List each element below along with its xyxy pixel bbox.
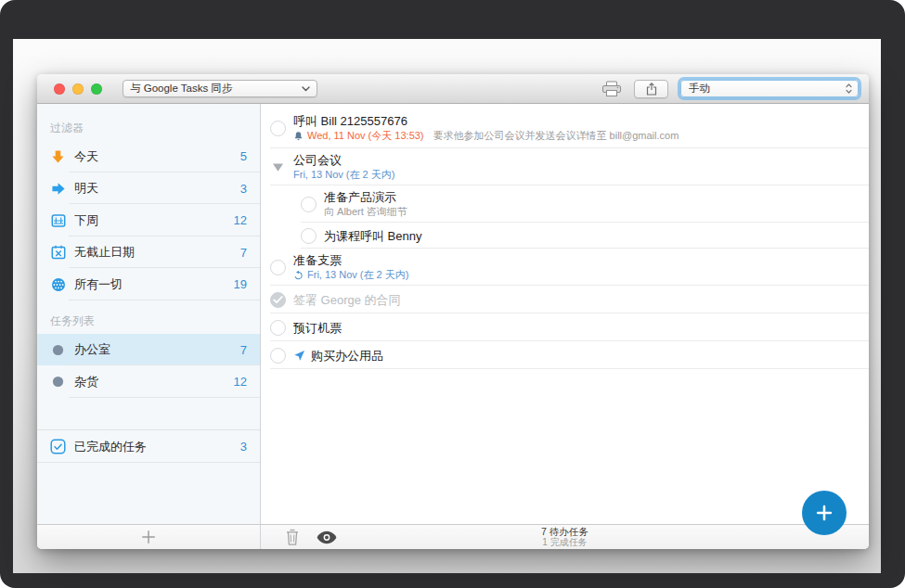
titlebar: 与 Google Tasks 同步	[37, 74, 869, 104]
count-badge: 5	[240, 149, 247, 163]
count-badge: 7	[240, 246, 247, 260]
sync-dropdown-label: 与 Google Tasks 同步	[130, 82, 302, 96]
calendar-icon	[50, 212, 66, 228]
device-frame: 与 Google Tasks 同步	[0, 0, 905, 588]
count-badge: 12	[234, 213, 247, 227]
task-checkbox[interactable]	[301, 228, 317, 244]
plus-icon	[140, 529, 157, 545]
arrow-right-icon	[50, 181, 66, 197]
done-count: 1 完成任务	[261, 537, 869, 548]
count-badge: 7	[240, 343, 247, 357]
repeat-icon	[293, 270, 304, 281]
sidebar: 过滤器 今天 5 明天 3	[37, 104, 261, 524]
sidebar-item-completed-tasks[interactable]: 已完成的任务 3	[37, 430, 260, 463]
pending-count: 7 待办任务	[261, 526, 869, 537]
globe-icon	[50, 276, 66, 292]
task-checkbox[interactable]	[301, 197, 317, 212]
plus-icon	[814, 503, 834, 523]
add-task-fab[interactable]	[802, 491, 847, 535]
task-lists-header: 任务列表	[37, 300, 260, 334]
sync-mode-value: 手动	[689, 82, 844, 96]
task-checkbox[interactable]	[270, 121, 286, 136]
add-list-button[interactable]	[37, 525, 261, 549]
due-date: Fri, 13 Nov (在 2 天内)	[307, 268, 408, 282]
stepper-icon	[844, 83, 854, 95]
zoom-traffic-light[interactable]	[91, 83, 102, 95]
status-summary: 7 待办任务 1 完成任务	[261, 526, 869, 548]
check-icon	[273, 296, 283, 304]
count-badge: 19	[234, 277, 247, 291]
chevron-down-icon	[302, 86, 310, 92]
print-icon[interactable]	[601, 81, 622, 97]
trash-icon[interactable]	[285, 529, 300, 546]
reminder-date: Wed, 11 Nov (今天 13:53)	[307, 129, 424, 143]
sidebar-spacer	[37, 398, 260, 430]
arrow-down-icon	[50, 148, 66, 164]
task-row-book-tickets[interactable]: 预订机票	[261, 313, 869, 341]
eye-icon[interactable]	[317, 530, 337, 544]
task-checkbox[interactable]	[270, 320, 286, 336]
task-row-company-meeting[interactable]: 公司会议 Fri, 13 Nov (在 2 天内)	[261, 148, 869, 185]
count-badge: 3	[240, 440, 247, 454]
task-row-prepare-checks[interactable]: 准备支票 Fri, 13 Nov (在 2 天内)	[261, 249, 869, 286]
task-checkbox[interactable]	[270, 348, 286, 364]
desktop-background: 与 Google Tasks 同步	[13, 39, 881, 573]
task-row-sign-contract-completed[interactable]: 签署 George 的合同	[261, 286, 869, 313]
share-button[interactable]	[634, 80, 668, 98]
sidebar-item-tomorrow[interactable]: 明天 3	[37, 173, 260, 204]
sidebar-item-groceries-list[interactable]: 杂货 12	[37, 365, 260, 398]
subtask-row-call-benny[interactable]: 为课程呼叫 Benny	[261, 223, 869, 249]
task-note: 要求他参加公司会议并发送会议详情至 bill@gmail.com	[433, 129, 679, 143]
task-row-buy-supplies[interactable]: 购买办公用品	[261, 341, 869, 369]
sidebar-item-next-week[interactable]: 下周 12	[37, 204, 260, 236]
due-date: Fri, 13 Nov (在 2 天内)	[293, 168, 394, 182]
task-checkbox[interactable]	[270, 260, 286, 275]
disclosure-triangle-icon[interactable]	[270, 160, 286, 175]
count-badge: 12	[234, 375, 247, 389]
count-badge: 3	[240, 182, 247, 196]
task-checkbox-checked[interactable]	[270, 292, 286, 308]
calendar-x-icon	[50, 245, 66, 261]
sync-dropdown[interactable]: 与 Google Tasks 同步	[123, 80, 317, 97]
sidebar-item-office-list[interactable]: 办公室 7	[37, 334, 260, 365]
sidebar-item-today[interactable]: 今天 5	[37, 140, 260, 173]
list-dot-icon	[50, 342, 66, 358]
app-window: 与 Google Tasks 同步	[37, 74, 869, 549]
list-dot-icon	[50, 374, 66, 390]
bottom-toolbar: 7 待办任务 1 完成任务	[37, 524, 869, 549]
location-arrow-icon	[293, 350, 305, 362]
sidebar-item-everything[interactable]: 所有一切 19	[37, 268, 260, 300]
bell-icon	[293, 131, 304, 142]
task-note: 向 Albert 咨询细节	[324, 205, 407, 219]
task-row-call-bill[interactable]: 呼叫 Bill 2125557676 Wed, 11 Nov (今天 13:53…	[261, 108, 869, 148]
sidebar-item-no-due-date[interactable]: 无截止日期 7	[37, 236, 260, 268]
minimize-traffic-light[interactable]	[72, 83, 84, 95]
checkbox-check-icon	[50, 439, 66, 454]
share-icon	[646, 83, 657, 96]
subtask-row-prepare-demo[interactable]: 准备产品演示 向 Albert 咨询细节	[261, 185, 869, 223]
filters-header: 过滤器	[37, 104, 260, 140]
task-list: 呼叫 Bill 2125557676 Wed, 11 Nov (今天 13:53…	[261, 104, 869, 524]
close-traffic-light[interactable]	[54, 83, 65, 95]
sync-mode-select[interactable]: 手动	[680, 80, 859, 97]
